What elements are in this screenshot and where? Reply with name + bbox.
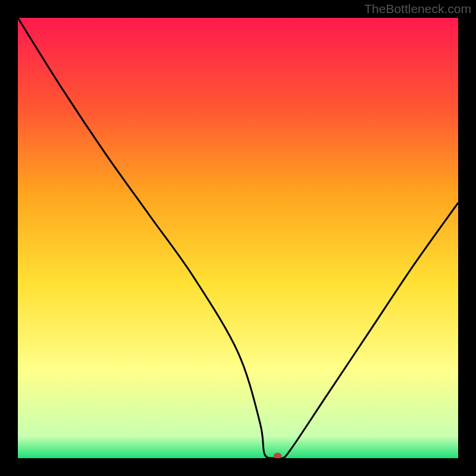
chart-svg xyxy=(18,18,458,458)
watermark-text: TheBottleneck.com xyxy=(364,2,471,16)
chart-background xyxy=(18,18,458,458)
plot-area xyxy=(18,18,458,458)
chart-container: TheBottleneck.com xyxy=(0,0,476,476)
